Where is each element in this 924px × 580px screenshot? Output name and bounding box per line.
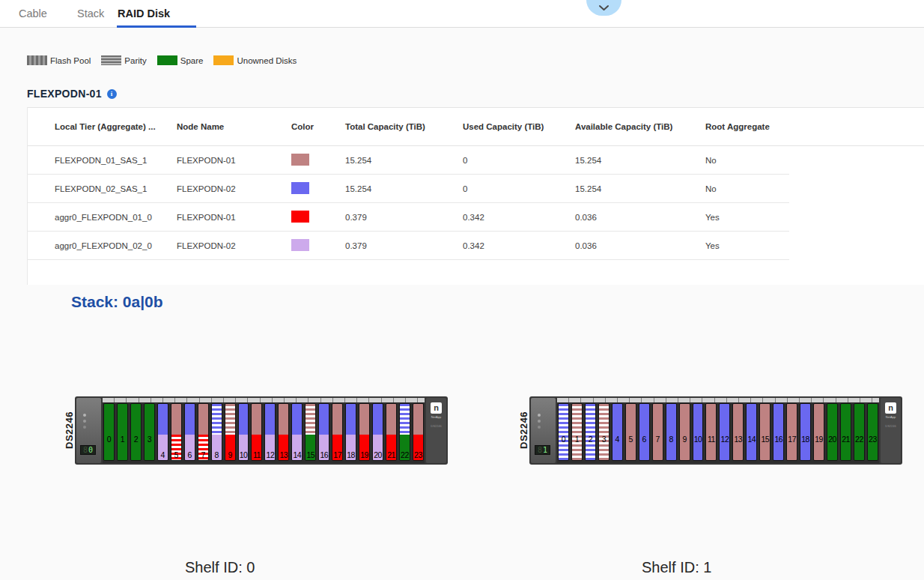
disk-top-partition [104,404,114,460]
disk-slot-7[interactable]: 7 [198,403,209,461]
disk-number: 20 [827,435,837,444]
tab-cable[interactable]: Cable [19,0,47,28]
disk-slot-0[interactable]: 0 [103,403,115,461]
disk-slot-14[interactable]: 14 [291,403,303,461]
shelf-operator-panel: 1 [531,398,556,463]
legend-spare: Spare [157,55,204,65]
disk-top-partition [158,404,168,435]
disk-slot-8[interactable]: 8 [211,403,222,461]
disk-slot-15[interactable]: 15 [305,403,316,461]
disk-slot-8[interactable]: 8 [666,403,677,461]
disk-number: 1 [572,435,582,444]
disk-slot-20[interactable]: 20 [372,403,383,461]
disk-slot-20[interactable]: 20 [827,403,838,461]
shelf-id-display: 0 [80,445,96,455]
disk-number: 6 [185,450,195,459]
disk-top-partition [265,404,275,435]
disk-slot-22[interactable]: 22 [854,403,865,461]
cell-color [291,211,345,224]
disk-slot-7[interactable]: 7 [652,403,663,461]
disk-top-partition [599,404,609,460]
disk-slot-14[interactable]: 14 [746,403,757,461]
disk-slot-23[interactable]: 23 [867,403,878,461]
disk-slot-9[interactable]: 9 [225,403,236,461]
disk-slot-6[interactable]: 6 [639,403,650,461]
disk-slot-3[interactable]: 3 [598,403,610,461]
disk-slot-21[interactable]: 21 [386,403,397,461]
cell-used: 0.342 [463,213,575,222]
disk-slot-12[interactable]: 12 [264,403,276,461]
disk-slot-2[interactable]: 2 [130,403,142,461]
disk-bay: 01234567891011121314151617181920212223 [557,398,879,463]
disk-slot-19[interactable]: 19 [359,403,370,461]
shelf-endcap: n NetApp DS2246 [426,398,446,463]
disk-slot-12[interactable]: 12 [719,403,730,461]
cell-tier: aggr0_FLEXPODN_01_0 [28,213,177,222]
disk-slot-5[interactable]: 5 [171,403,182,461]
cell-node: FLEXPODN-02 [177,241,291,250]
disk-top-partition [319,404,329,435]
disk-slot-22[interactable]: 22 [399,403,410,461]
disk-top-partition [225,404,235,435]
legend-label: Parity [124,56,146,65]
disk-number: 8 [666,435,676,444]
disk-slot-15[interactable]: 15 [759,403,770,461]
disk-slot-11[interactable]: 11 [705,403,717,461]
disk-slot-19[interactable]: 19 [813,403,824,461]
disk-shelf-1: DS2246 1 0123456789101112131415161718192… [517,396,902,465]
tab-raid-disk[interactable]: RAID Disk [118,0,170,28]
col-header-used: Used Capacity (TiB) [463,122,575,131]
table-row: FLEXPODN_02_SAS_1FLEXPODN-0215.254015.25… [28,175,924,203]
disk-slot-4[interactable]: 4 [612,403,623,461]
cell-color [291,182,345,196]
disk-top-partition [773,404,783,460]
disk-number: 17 [332,450,342,459]
disk-slot-18[interactable]: 18 [345,403,356,461]
cell-root: Yes [705,241,924,250]
disk-slot-16[interactable]: 16 [773,403,784,461]
disk-top-partition [626,404,636,460]
disk-slot-2[interactable]: 2 [585,403,596,461]
disk-slot-10[interactable]: 10 [693,403,704,461]
disk-slot-1[interactable]: 1 [571,403,583,461]
cell-color [291,239,345,253]
cell-tier: aggr0_FLEXPODN_02_0 [28,241,177,250]
disk-slot-18[interactable]: 18 [800,403,811,461]
disk-number: 14 [747,435,756,444]
slot-tick-strip [557,398,879,402]
col-header-available: Available Capacity (TiB) [575,122,705,131]
disk-slot-6[interactable]: 6 [184,403,195,461]
disk-top-partition [760,404,770,460]
cell-total: 15.254 [345,184,463,193]
disk-number: 3 [599,435,609,444]
disk-number: 21 [841,435,851,444]
disk-slot-4[interactable]: 4 [157,403,168,461]
disk-slot-21[interactable]: 21 [840,403,851,461]
endcap-model: DS2246 [885,424,896,428]
disk-slot-13[interactable]: 13 [732,403,744,461]
disk-number: 12 [265,450,275,459]
tab-stack[interactable]: Stack [77,0,104,28]
info-icon[interactable]: i [107,89,117,99]
cell-total: 15.254 [345,156,463,165]
disk-slot-9[interactable]: 9 [679,403,690,461]
disk-slot-17[interactable]: 17 [332,403,343,461]
disk-slot-10[interactable]: 10 [238,403,249,461]
disk-slot-5[interactable]: 5 [625,403,636,461]
disk-number: 20 [373,450,383,459]
disk-slot-3[interactable]: 3 [144,403,155,461]
disk-top-partition [252,404,261,435]
disk-slot-0[interactable]: 0 [558,403,569,461]
disk-slot-11[interactable]: 11 [251,403,262,461]
disk-number: 6 [639,435,649,444]
tab-bar: Cable Stack RAID Disk [0,0,924,28]
disk-slot-16[interactable]: 16 [318,403,329,461]
shelf-chassis: 0 01234567891011121314151617181920212223… [75,396,448,465]
col-header-total: Total Capacity (TiB) [345,122,463,131]
disk-number: 10 [239,450,249,459]
disk-slot-17[interactable]: 17 [786,403,797,461]
disk-slot-13[interactable]: 13 [278,403,289,461]
disk-slot-1[interactable]: 1 [117,403,128,461]
disk-top-partition [586,404,595,460]
disk-slot-23[interactable]: 23 [413,403,424,461]
